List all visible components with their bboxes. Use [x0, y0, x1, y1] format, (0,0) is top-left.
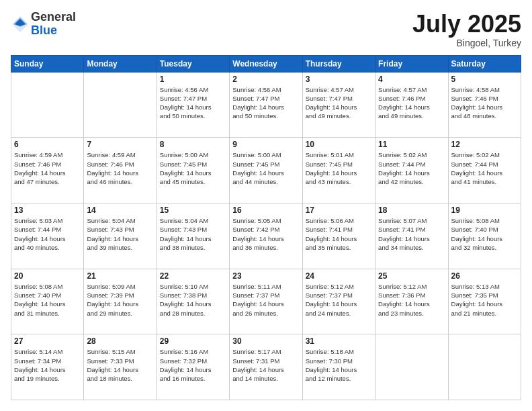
col-monday: Monday: [84, 55, 157, 72]
day-info: Sunrise: 5:04 AM Sunset: 7:43 PM Dayligh…: [87, 216, 153, 252]
day-info: Sunrise: 5:04 AM Sunset: 7:43 PM Dayligh…: [160, 216, 226, 252]
header: General Blue July 2025 Bingoel, Turkey: [11, 11, 521, 48]
day-number: 29: [160, 336, 226, 346]
day-cell-2-1: 14Sunrise: 5:04 AM Sunset: 7:43 PM Dayli…: [84, 203, 157, 269]
day-info: Sunrise: 5:07 AM Sunset: 7:41 PM Dayligh…: [378, 216, 445, 252]
calendar-table: Sunday Monday Tuesday Wednesday Thursday…: [11, 55, 521, 400]
day-cell-1-2: 8Sunrise: 5:00 AM Sunset: 7:45 PM Daylig…: [157, 138, 229, 203]
day-number: 21: [87, 271, 153, 281]
day-cell-0-5: 4Sunrise: 4:57 AM Sunset: 7:46 PM Daylig…: [375, 72, 448, 138]
day-cell-1-5: 11Sunrise: 5:02 AM Sunset: 7:44 PM Dayli…: [375, 138, 448, 203]
day-cell-4-1: 28Sunrise: 5:15 AM Sunset: 7:33 PM Dayli…: [84, 334, 157, 400]
day-info: Sunrise: 5:09 AM Sunset: 7:39 PM Dayligh…: [87, 282, 153, 318]
day-cell-4-4: 31Sunrise: 5:18 AM Sunset: 7:30 PM Dayli…: [302, 334, 375, 400]
day-cell-4-0: 27Sunrise: 5:14 AM Sunset: 7:34 PM Dayli…: [11, 334, 84, 400]
day-number: 2: [232, 75, 299, 84]
day-info: Sunrise: 5:12 AM Sunset: 7:36 PM Dayligh…: [378, 282, 445, 318]
day-info: Sunrise: 4:56 AM Sunset: 7:47 PM Dayligh…: [160, 85, 226, 121]
day-number: 20: [14, 271, 81, 281]
day-info: Sunrise: 5:13 AM Sunset: 7:35 PM Dayligh…: [451, 282, 518, 318]
day-cell-2-3: 16Sunrise: 5:05 AM Sunset: 7:42 PM Dayli…: [230, 203, 302, 269]
logo-blue: Blue: [31, 24, 57, 37]
day-number: 17: [306, 205, 372, 215]
day-cell-4-6: [448, 334, 521, 400]
month-title: July 2025: [412, 11, 521, 38]
day-info: Sunrise: 5:11 AM Sunset: 7:37 PM Dayligh…: [232, 282, 299, 318]
day-cell-3-1: 21Sunrise: 5:09 AM Sunset: 7:39 PM Dayli…: [84, 269, 157, 334]
col-saturday: Saturday: [448, 55, 521, 72]
day-info: Sunrise: 4:59 AM Sunset: 7:46 PM Dayligh…: [14, 150, 81, 186]
logo-general: General: [31, 10, 76, 24]
day-info: Sunrise: 4:56 AM Sunset: 7:47 PM Dayligh…: [232, 85, 299, 121]
day-info: Sunrise: 5:08 AM Sunset: 7:40 PM Dayligh…: [451, 216, 518, 252]
day-info: Sunrise: 4:57 AM Sunset: 7:46 PM Dayligh…: [378, 85, 445, 121]
day-number: 5: [451, 75, 518, 84]
day-cell-1-0: 6Sunrise: 4:59 AM Sunset: 7:46 PM Daylig…: [11, 138, 84, 203]
title-block: July 2025 Bingoel, Turkey: [412, 11, 521, 48]
week-row-2: 6Sunrise: 4:59 AM Sunset: 7:46 PM Daylig…: [11, 138, 521, 203]
day-number: 8: [160, 140, 226, 149]
day-info: Sunrise: 4:57 AM Sunset: 7:47 PM Dayligh…: [306, 85, 372, 121]
location-subtitle: Bingoel, Turkey: [412, 38, 521, 48]
logo-text: General Blue: [31, 11, 76, 38]
day-info: Sunrise: 5:14 AM Sunset: 7:34 PM Dayligh…: [14, 347, 81, 383]
day-cell-2-4: 17Sunrise: 5:06 AM Sunset: 7:41 PM Dayli…: [302, 203, 375, 269]
col-sunday: Sunday: [11, 55, 84, 72]
day-cell-0-0: [11, 72, 84, 138]
day-number: 9: [232, 140, 299, 149]
day-cell-3-6: 26Sunrise: 5:13 AM Sunset: 7:35 PM Dayli…: [448, 269, 521, 334]
header-row: Sunday Monday Tuesday Wednesday Thursday…: [11, 55, 521, 72]
day-info: Sunrise: 5:15 AM Sunset: 7:33 PM Dayligh…: [87, 347, 153, 383]
day-number: 28: [87, 336, 153, 346]
week-row-1: 1Sunrise: 4:56 AM Sunset: 7:47 PM Daylig…: [11, 72, 521, 138]
day-number: 15: [160, 205, 226, 215]
day-number: 12: [451, 140, 518, 149]
day-info: Sunrise: 5:18 AM Sunset: 7:30 PM Dayligh…: [306, 347, 372, 383]
day-number: 1: [160, 75, 226, 84]
day-number: 18: [378, 205, 445, 215]
day-info: Sunrise: 5:10 AM Sunset: 7:38 PM Dayligh…: [160, 282, 226, 318]
day-number: 31: [306, 336, 372, 346]
day-cell-1-1: 7Sunrise: 4:59 AM Sunset: 7:46 PM Daylig…: [84, 138, 157, 203]
day-number: 4: [378, 75, 445, 84]
day-cell-3-4: 24Sunrise: 5:12 AM Sunset: 7:37 PM Dayli…: [302, 269, 375, 334]
day-cell-2-2: 15Sunrise: 5:04 AM Sunset: 7:43 PM Dayli…: [157, 203, 229, 269]
day-number: 10: [306, 140, 372, 149]
day-number: 11: [378, 140, 445, 149]
logo-icon: [11, 15, 30, 34]
day-cell-3-5: 25Sunrise: 5:12 AM Sunset: 7:36 PM Dayli…: [375, 269, 448, 334]
day-info: Sunrise: 4:59 AM Sunset: 7:46 PM Dayligh…: [87, 150, 153, 186]
day-cell-2-5: 18Sunrise: 5:07 AM Sunset: 7:41 PM Dayli…: [375, 203, 448, 269]
day-info: Sunrise: 5:08 AM Sunset: 7:40 PM Dayligh…: [14, 282, 81, 318]
day-number: 22: [160, 271, 226, 281]
day-cell-4-5: [375, 334, 448, 400]
day-info: Sunrise: 4:58 AM Sunset: 7:46 PM Dayligh…: [451, 85, 518, 121]
day-cell-0-3: 2Sunrise: 4:56 AM Sunset: 7:47 PM Daylig…: [230, 72, 302, 138]
day-number: 24: [306, 271, 372, 281]
day-number: 16: [232, 205, 299, 215]
day-info: Sunrise: 5:05 AM Sunset: 7:42 PM Dayligh…: [232, 216, 299, 252]
day-info: Sunrise: 5:00 AM Sunset: 7:45 PM Dayligh…: [160, 150, 226, 186]
day-number: 13: [14, 205, 81, 215]
day-number: 7: [87, 140, 153, 149]
day-number: 30: [232, 336, 299, 346]
day-info: Sunrise: 5:12 AM Sunset: 7:37 PM Dayligh…: [306, 282, 372, 318]
week-row-5: 27Sunrise: 5:14 AM Sunset: 7:34 PM Dayli…: [11, 334, 521, 400]
day-info: Sunrise: 5:02 AM Sunset: 7:44 PM Dayligh…: [378, 150, 445, 186]
day-number: 26: [451, 271, 518, 281]
day-number: 23: [232, 271, 299, 281]
day-info: Sunrise: 5:02 AM Sunset: 7:44 PM Dayligh…: [451, 150, 518, 186]
day-info: Sunrise: 5:00 AM Sunset: 7:45 PM Dayligh…: [232, 150, 299, 186]
day-info: Sunrise: 5:17 AM Sunset: 7:31 PM Dayligh…: [232, 347, 299, 383]
day-cell-0-1: [84, 72, 157, 138]
day-number: 3: [306, 75, 372, 84]
day-cell-0-6: 5Sunrise: 4:58 AM Sunset: 7:46 PM Daylig…: [448, 72, 521, 138]
week-row-4: 20Sunrise: 5:08 AM Sunset: 7:40 PM Dayli…: [11, 269, 521, 334]
day-cell-3-3: 23Sunrise: 5:11 AM Sunset: 7:37 PM Dayli…: [230, 269, 302, 334]
day-cell-1-4: 10Sunrise: 5:01 AM Sunset: 7:45 PM Dayli…: [302, 138, 375, 203]
day-number: 14: [87, 205, 153, 215]
day-number: 25: [378, 271, 445, 281]
day-info: Sunrise: 5:01 AM Sunset: 7:45 PM Dayligh…: [306, 150, 372, 186]
day-number: 27: [14, 336, 81, 346]
day-cell-1-3: 9Sunrise: 5:00 AM Sunset: 7:45 PM Daylig…: [230, 138, 302, 203]
